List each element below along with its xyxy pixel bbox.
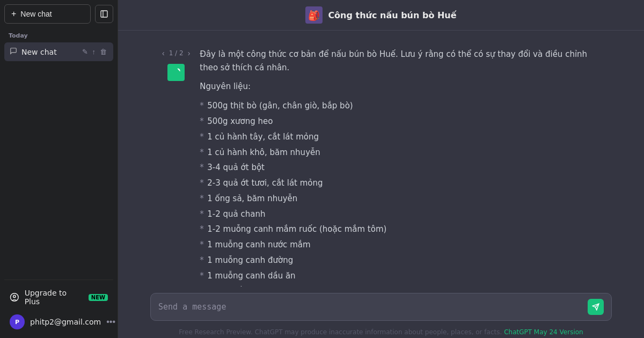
chat-item-actions: ✎ ↑ 🗑: [81, 47, 108, 57]
toggle-sidebar-button[interactable]: [95, 5, 113, 23]
ingredient-item: 1-2 quả chanh: [200, 207, 601, 222]
message-body: Đây là một công thức cơ bản để nấu bún b…: [200, 48, 601, 286]
footer-text: Free Research Preview. ChatGPT may produ…: [179, 328, 502, 336]
svg-point-3: [13, 295, 16, 297]
ingredient-item: 1-2 muỗng canh mắm ruốc (hoặc mắm tôm): [200, 222, 601, 237]
header-avatar: 🎒: [305, 6, 323, 24]
nav-position: 1 / 2: [169, 49, 184, 57]
chat-header: 🎒 Công thức nấu bún bò Huế: [118, 0, 644, 31]
assistant-avatar: [167, 64, 185, 81]
upgrade-badge: NEW: [89, 294, 108, 301]
ingredient-item: 3-4 quả ớt bột: [200, 160, 601, 175]
input-area: [118, 286, 644, 325]
share-chat-button[interactable]: ↑: [91, 47, 97, 57]
user-circle-icon: [10, 292, 19, 302]
svg-rect-0: [101, 11, 107, 17]
edit-chat-button[interactable]: ✎: [81, 47, 89, 57]
user-menu-button[interactable]: •••: [106, 317, 115, 327]
ingredient-item: Bún Huế (bún tươi): [200, 283, 601, 286]
ingredient-item: 1 củ hành tây, cắt lát mỏng: [200, 129, 601, 145]
send-button[interactable]: [588, 299, 604, 315]
ingredient-item: 1 muỗng canh nước mắm: [200, 237, 601, 253]
chat-item-label: New chat: [21, 48, 77, 56]
openai-logo-icon: [171, 68, 181, 77]
prev-message-button[interactable]: ‹: [161, 49, 166, 57]
ingredient-item: 500g thịt bò (gân, chân giò, bắp bò): [200, 98, 601, 114]
ingredients-list: 500g thịt bò (gân, chân giò, bắp bò)500g…: [200, 98, 601, 286]
footer: Free Research Preview. ChatGPT may produ…: [168, 325, 594, 338]
footer-link[interactable]: ChatGPT May 24 Version: [504, 328, 583, 336]
ingredient-item: 2-3 quả ớt tươi, cắt lát mỏng: [200, 175, 601, 191]
sidebar-bottom: Upgrade to Plus NEW P phitp2@gmail.com •…: [4, 280, 113, 334]
input-container: [150, 293, 612, 321]
ingredients-label: Nguyên liệu:: [200, 80, 601, 93]
chat-icon: [10, 47, 17, 56]
new-chat-label: New chat: [20, 10, 52, 18]
message-text: Đây là một công thức cơ bản để nấu bún b…: [200, 48, 601, 286]
sidebar: + New chat Today New chat ✎ ↑ 🗑: [0, 0, 118, 338]
chat-title: Công thức nấu bún bò Huế: [328, 10, 456, 20]
send-icon: [592, 303, 599, 311]
user-email: phitp2@gmail.com: [30, 318, 101, 326]
ingredient-item: 1 ống sả, băm nhuyễn: [200, 191, 601, 207]
message-left: ‹ 1 / 2 ›: [161, 48, 191, 286]
ingredient-item: 1 muỗng canh đường: [200, 253, 601, 268]
user-initials: P: [15, 319, 19, 326]
ingredient-item: 1 muỗng canh dầu ăn: [200, 268, 601, 284]
layout-icon: [100, 10, 108, 18]
message-intro: Đây là một công thức cơ bản để nấu bún b…: [200, 48, 601, 75]
upgrade-to-plus-item[interactable]: Upgrade to Plus NEW: [4, 284, 113, 310]
section-today-label: Today: [4, 30, 113, 42]
ingredient-item: 1 củ hành khô, băm nhuyễn: [200, 145, 601, 160]
delete-chat-button[interactable]: 🗑: [99, 47, 108, 57]
next-message-button[interactable]: ›: [187, 49, 192, 57]
chat-messages: ‹ 1 / 2 › Đây là một công thức cơ bản để…: [118, 31, 644, 286]
new-chat-button[interactable]: + New chat: [4, 4, 91, 24]
upgrade-label: Upgrade to Plus: [25, 289, 83, 306]
plus-icon: +: [11, 9, 16, 19]
sidebar-top: + New chat: [4, 4, 113, 24]
avatar: P: [10, 314, 25, 329]
message-navigation: ‹ 1 / 2 ›: [161, 49, 191, 57]
message-input[interactable]: [158, 301, 588, 313]
main-content: 🎒 Công thức nấu bún bò Huế ‹ 1 / 2 ›: [118, 0, 644, 338]
chat-item[interactable]: New chat ✎ ↑ 🗑: [4, 42, 113, 61]
ingredient-item: 500g xương heo: [200, 114, 601, 129]
assistant-message-row: ‹ 1 / 2 › Đây là một công thức cơ bản để…: [140, 41, 623, 286]
user-account-item[interactable]: P phitp2@gmail.com •••: [4, 310, 113, 334]
